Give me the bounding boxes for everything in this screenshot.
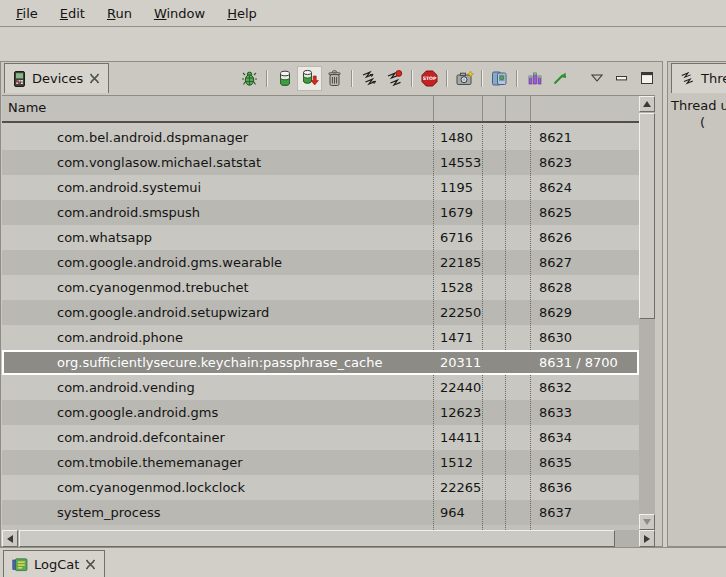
cell-pid: 22265 (433, 475, 482, 500)
sysinfo-icon[interactable] (548, 67, 571, 90)
maximize-icon[interactable] (635, 67, 658, 90)
cell-pid: 12623 (433, 400, 482, 425)
cell-debug-port: 8628 (530, 275, 639, 300)
cell-pid: 1195 (433, 175, 482, 200)
cell-empty (505, 300, 530, 325)
cell-empty (482, 425, 505, 450)
table-row[interactable]: com.google.android.gms126238633 (2, 400, 639, 425)
column-resize-handle[interactable] (530, 96, 531, 121)
cell-pid: 22185 (433, 250, 482, 275)
cell-client-name: com.google.android.gms.wearable (2, 250, 433, 275)
cell-empty (505, 450, 530, 475)
cell-empty (482, 500, 505, 525)
table-row[interactable]: com.android.systemui11958624 (2, 175, 639, 200)
cell-pid: 1512 (433, 450, 482, 475)
cell-client-name: com.whatsapp (2, 225, 433, 250)
menu-item-run[interactable]: Run (96, 3, 143, 24)
cell-client-name: org.sufficientlysecure.keychain:passphra… (2, 350, 433, 375)
cell-empty (505, 475, 530, 500)
stop-label: STOP (423, 76, 437, 81)
tab-threads[interactable]: Threa (671, 63, 726, 93)
cell-debug-port: 8635 (530, 450, 639, 475)
table-row[interactable]: system_process9648637 (2, 500, 639, 525)
toolbar-separator (446, 70, 448, 87)
cell-client-name: system_process (2, 500, 433, 525)
cell-client-name: com.tmobile.thememanager (2, 450, 433, 475)
tab-logcat[interactable]: LogCat (3, 550, 105, 577)
cell-client-name: com.vonglasow.michael.satstat (2, 150, 433, 175)
table-header[interactable]: Name (2, 96, 639, 123)
cell-empty (482, 350, 505, 375)
devices-toolbar: STOP (238, 65, 658, 91)
toolbar-separator (481, 70, 483, 87)
cell-empty (482, 400, 505, 425)
cell-debug-port: 8623 (530, 150, 639, 175)
cell-empty (482, 175, 505, 200)
table-row[interactable]: com.cyanogenmod.lockclock222658636 (2, 475, 639, 500)
table-row[interactable]: com.whatsapp67168626 (2, 225, 639, 250)
update-threads-icon[interactable] (358, 67, 381, 90)
dump-hprof-icon[interactable] (298, 67, 321, 90)
scroll-right-button[interactable] (639, 530, 655, 547)
view-menu-icon[interactable] (585, 67, 608, 90)
cell-debug-port: 8637 (530, 500, 639, 525)
debug-process-icon[interactable] (238, 67, 261, 90)
column-resize-handle[interactable] (482, 96, 483, 121)
cause-gc-icon[interactable] (323, 67, 346, 90)
logcat-icon (12, 557, 28, 572)
cell-client-name: com.cyanogenmod.trebuchet (2, 275, 433, 300)
horizontal-scrollbar[interactable] (2, 530, 655, 547)
cell-empty (505, 350, 530, 375)
vertical-scroll-thumb[interactable] (639, 113, 655, 319)
toolbar-separator (266, 70, 268, 87)
close-icon[interactable] (85, 559, 96, 570)
table-row[interactable]: com.android.vending224408632 (2, 375, 639, 400)
table-row[interactable]: com.bel.android.dspmanager14808621 (2, 125, 639, 150)
column-header-name[interactable]: Name (8, 100, 46, 115)
column-resize-handle[interactable] (433, 96, 434, 121)
cell-pid: 14553 (433, 150, 482, 175)
table-row[interactable]: com.tmobile.thememanager15128635 (2, 450, 639, 475)
tracer-icon[interactable] (523, 67, 546, 90)
menu-item-help[interactable]: Help (216, 3, 268, 24)
vertical-scrollbar[interactable] (639, 96, 655, 530)
table-row[interactable]: com.android.defcontainer144118634 (2, 425, 639, 450)
cell-empty (482, 475, 505, 500)
tab-devices-label: Devices (32, 71, 83, 86)
cell-empty (482, 125, 505, 150)
table-row-selected[interactable]: org.sufficientlysecure.keychain:passphra… (2, 350, 639, 375)
menu-item-window[interactable]: Window (143, 3, 216, 24)
horizontal-scroll-thumb[interactable] (19, 530, 615, 547)
screen-record-icon[interactable] (488, 67, 511, 90)
table-row[interactable]: com.android.phone14718630 (2, 325, 639, 350)
table-row[interactable]: com.vonglasow.michael.satstat145538623 (2, 150, 639, 175)
cell-empty (482, 275, 505, 300)
column-resize-handle[interactable] (505, 96, 506, 121)
cell-empty (482, 450, 505, 475)
scroll-up-button[interactable] (639, 96, 655, 112)
scroll-left-button[interactable] (2, 530, 18, 547)
table-row[interactable]: com.cyanogenmod.trebuchet15288628 (2, 275, 639, 300)
cell-empty (505, 275, 530, 300)
start-method-profiling-icon[interactable] (383, 67, 406, 90)
table-row[interactable]: com.google.android.gms.wearable221858627 (2, 250, 639, 275)
cell-pid: 1480 (433, 125, 482, 150)
tab-devices[interactable]: Devices (4, 63, 109, 93)
cell-pid: 22250 (433, 300, 482, 325)
menu-item-file[interactable]: File (5, 3, 49, 24)
update-heap-icon[interactable] (273, 67, 296, 90)
screen-capture-icon[interactable] (453, 67, 476, 90)
scroll-down-button[interactable] (639, 514, 655, 530)
menu-item-edit[interactable]: Edit (49, 3, 96, 24)
cell-debug-port: 8629 (530, 300, 639, 325)
stop-process-icon[interactable]: STOP (418, 67, 441, 90)
cell-empty (482, 325, 505, 350)
toolbar-separator (351, 70, 353, 87)
close-icon[interactable] (89, 73, 100, 84)
minimize-icon[interactable] (610, 67, 633, 90)
cell-empty (505, 125, 530, 150)
table-row[interactable]: com.google.android.setupwizard222508629 (2, 300, 639, 325)
devices-view: Devices (0, 61, 663, 547)
table-row[interactable]: com.android.smspush16798625 (2, 200, 639, 225)
cell-pid: 1528 (433, 275, 482, 300)
